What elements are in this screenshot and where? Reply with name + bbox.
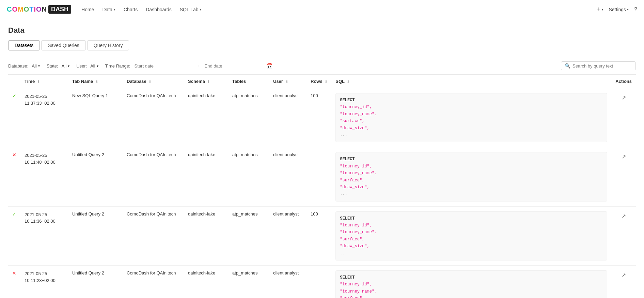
actions-cell: ↗ bbox=[611, 88, 636, 147]
col-tables: Tables bbox=[228, 75, 269, 88]
rows-cell bbox=[307, 147, 331, 206]
end-date-input[interactable] bbox=[203, 63, 263, 69]
col-status bbox=[8, 75, 20, 88]
database-cell: ComoDash for QAInitech bbox=[123, 266, 184, 298]
time-cell: 2021-05-25 10:11:36+02:00 bbox=[20, 206, 68, 265]
search-icon: 🔍 bbox=[565, 63, 570, 69]
nav-charts[interactable]: Charts bbox=[124, 7, 138, 12]
status-cell: ✕ bbox=[8, 266, 20, 298]
open-query-button[interactable]: ↗ bbox=[620, 152, 627, 161]
nav-sqllab[interactable]: SQL Lab ▾ bbox=[180, 7, 202, 12]
sql-cell: SELECT "tourney_id","tourney_name","surf… bbox=[331, 266, 611, 298]
table-row: ✓ 2021-05-25 10:11:36+02:00 Untitled Que… bbox=[8, 206, 636, 265]
time-cell: 2021-05-25 10:11:23+02:00 bbox=[20, 266, 68, 298]
plus-chevron-icon: ▾ bbox=[602, 8, 603, 11]
sql-box: SELECT "tourney_id","tourney_name","surf… bbox=[335, 211, 607, 260]
time-cell: 2021-05-25 11:37:33+02:00 bbox=[20, 88, 68, 147]
open-query-button[interactable]: ↗ bbox=[620, 211, 627, 221]
table-header: Time ⬍ Tab Name ⬍ Database ⬍ Schema ⬍ Ta… bbox=[8, 75, 636, 88]
error-icon: ✕ bbox=[12, 152, 16, 158]
logo-dash: DASH bbox=[48, 5, 71, 14]
open-query-button[interactable]: ↗ bbox=[620, 270, 627, 280]
user-chevron-icon: ▾ bbox=[97, 64, 98, 68]
tables-cell: atp_matches bbox=[228, 147, 269, 206]
nav-home[interactable]: Home bbox=[81, 7, 94, 12]
nav-links: Home Data ▾ Charts Dashboards SQL Lab ▾ bbox=[81, 7, 597, 12]
status-cell: ✕ bbox=[8, 147, 20, 206]
col-rows[interactable]: Rows ⬍ bbox=[307, 75, 331, 88]
state-filter: State: All ▾ bbox=[47, 63, 71, 69]
database-cell: ComoDash for QAInitech bbox=[123, 88, 184, 147]
nav-dashboards[interactable]: Dashboards bbox=[146, 7, 172, 12]
sql-cell: SELECT "tourney_id","tourney_name","surf… bbox=[331, 206, 611, 265]
user-filter: User: All ▾ bbox=[76, 63, 100, 69]
col-user[interactable]: User ⬍ bbox=[269, 75, 307, 88]
tables-cell: atp_matches bbox=[228, 88, 269, 147]
col-tabname[interactable]: Tab Name ⬍ bbox=[68, 75, 123, 88]
database-select[interactable]: All ▾ bbox=[30, 63, 41, 69]
query-history-table: Time ⬍ Tab Name ⬍ Database ⬍ Schema ⬍ Ta… bbox=[8, 75, 636, 298]
col-actions: Actions bbox=[611, 75, 636, 88]
sql-cell: SELECT "tourney_id","tourney_name","surf… bbox=[331, 88, 611, 147]
add-button[interactable]: + ▾ bbox=[597, 6, 603, 13]
table-body: ✓ 2021-05-25 11:37:33+02:00 New SQL Quer… bbox=[8, 88, 636, 298]
state-select[interactable]: All ▾ bbox=[60, 63, 71, 69]
page-tabs: Datasets Saved Queries Query History bbox=[8, 40, 636, 50]
rows-cell: 100 bbox=[307, 206, 331, 265]
user-label: User: bbox=[76, 63, 87, 69]
tab-datasets[interactable]: Datasets bbox=[8, 40, 40, 50]
database-chevron-icon: ▾ bbox=[38, 64, 40, 68]
sql-sort-icon: ⬍ bbox=[347, 80, 349, 84]
user-select[interactable]: All ▾ bbox=[89, 63, 99, 69]
schema-cell: qainitech-lake bbox=[184, 88, 228, 147]
user-sort-icon: ⬍ bbox=[285, 80, 288, 84]
error-icon: ✕ bbox=[12, 270, 16, 276]
rows-cell bbox=[307, 266, 331, 298]
tabname-sort-icon: ⬍ bbox=[95, 80, 98, 84]
nav-data[interactable]: Data ▾ bbox=[102, 7, 115, 12]
calendar-icon[interactable]: 📅 bbox=[266, 63, 273, 69]
page-title: Data bbox=[8, 26, 636, 35]
logo: COMOTION DASH bbox=[7, 5, 71, 14]
col-time[interactable]: Time ⬍ bbox=[20, 75, 68, 88]
tab-query-history[interactable]: Query History bbox=[87, 40, 129, 50]
rows-sort-icon: ⬍ bbox=[325, 80, 327, 84]
tab-name-cell: New SQL Query 1 bbox=[68, 88, 123, 147]
state-label: State: bbox=[47, 63, 58, 69]
sqllab-chevron-icon: ▾ bbox=[200, 8, 201, 11]
table-row: ✓ 2021-05-25 11:37:33+02:00 New SQL Quer… bbox=[8, 88, 636, 147]
tab-name-cell: Untitled Query 2 bbox=[68, 206, 123, 265]
user-cell: client analyst bbox=[269, 206, 307, 265]
search-box: 🔍 bbox=[561, 61, 636, 70]
search-input[interactable] bbox=[572, 63, 632, 69]
actions-cell: ↗ bbox=[611, 266, 636, 298]
col-schema[interactable]: Schema ⬍ bbox=[184, 75, 228, 88]
arrow-icon: → bbox=[196, 63, 201, 69]
tables-cell: atp_matches bbox=[228, 206, 269, 265]
sql-box: SELECT "tourney_id","tourney_name","surf… bbox=[335, 93, 607, 142]
schema-cell: qainitech-lake bbox=[184, 147, 228, 206]
table-row: ✕ 2021-05-25 10:11:48+02:00 Untitled Que… bbox=[8, 147, 636, 206]
database-filter: Database: All ▾ bbox=[8, 63, 41, 69]
nav-right: + ▾ Settings ▾ ? bbox=[597, 6, 637, 13]
status-cell: ✓ bbox=[8, 88, 20, 147]
schema-cell: qainitech-lake bbox=[184, 206, 228, 265]
help-button[interactable]: ? bbox=[634, 6, 637, 13]
time-range-label: Time Range: bbox=[105, 63, 130, 69]
time-sort-icon: ⬍ bbox=[37, 80, 40, 84]
status-cell: ✓ bbox=[8, 206, 20, 265]
rows-cell: 100 bbox=[307, 88, 331, 147]
open-query-button[interactable]: ↗ bbox=[620, 93, 627, 102]
user-cell: client analyst bbox=[269, 266, 307, 298]
schema-sort-icon: ⬍ bbox=[207, 80, 210, 84]
sql-cell: SELECT "tourney_id","tourney_name","surf… bbox=[331, 147, 611, 206]
col-sql[interactable]: SQL ⬍ bbox=[331, 75, 611, 88]
success-icon: ✓ bbox=[12, 93, 16, 99]
logo-text: COMOTION bbox=[7, 5, 47, 13]
schema-cell: qainitech-lake bbox=[184, 266, 228, 298]
tab-saved-queries[interactable]: Saved Queries bbox=[41, 40, 86, 50]
tab-name-cell: Untitled Query 2 bbox=[68, 147, 123, 206]
start-date-input[interactable] bbox=[133, 63, 193, 69]
col-database[interactable]: Database ⬍ bbox=[123, 75, 184, 88]
settings-button[interactable]: Settings ▾ bbox=[609, 7, 629, 12]
